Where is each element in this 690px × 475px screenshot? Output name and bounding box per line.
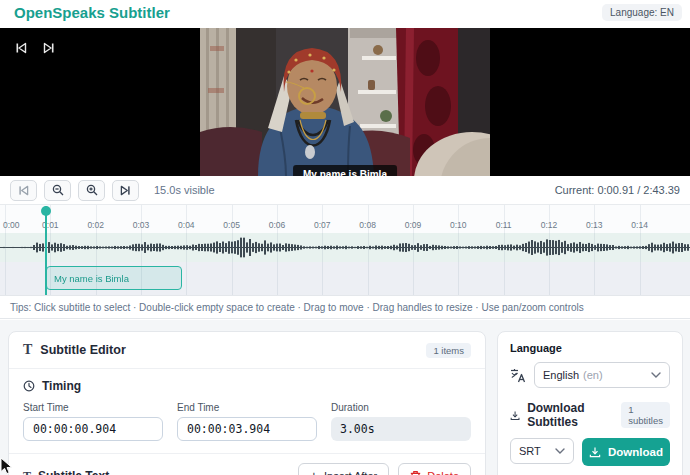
skip-back-button[interactable] (12, 40, 30, 56)
video-frame (200, 28, 490, 176)
tick-label: 0:13 (586, 220, 603, 230)
video-player[interactable]: My name is Bimla (0, 28, 690, 176)
skip-to-start-icon (18, 185, 29, 196)
download-row: SRT Download (510, 438, 670, 466)
tick-label: 0:03 (133, 220, 150, 230)
mouse-cursor (0, 457, 13, 475)
items-count-badge: 1 items (426, 343, 471, 358)
start-time-input[interactable] (23, 417, 163, 441)
tick-label: 0:05 (223, 220, 240, 230)
audio-waveform (0, 233, 690, 262)
skip-back-icon (15, 42, 27, 54)
skip-forward-icon (43, 42, 55, 54)
timing-fields: Start Time End Time Duration 3.00s (23, 402, 471, 441)
tick-label: 0:09 (405, 220, 422, 230)
language-select[interactable]: English (en) (534, 362, 670, 388)
zoom-in-button[interactable] (78, 180, 105, 201)
timeline-skip-end-button[interactable] (112, 180, 139, 201)
current-time-label: Current: 0:00.91 / 2:43.39 (555, 184, 680, 196)
tick-label: 0:00 (3, 220, 20, 230)
download-button[interactable]: Download (582, 438, 670, 466)
waveform-lane[interactable] (0, 233, 690, 262)
timeline-toolbar: 15.0s visible Current: 0:00.91 / 2:43.39 (0, 176, 690, 205)
download-title: Download Subtitles (527, 401, 614, 429)
format-selected: SRT (519, 445, 541, 457)
chevron-down-icon (555, 448, 565, 454)
openspeaks-subtitler-app: OpenSpeaks Subtitler Language: EN (0, 0, 690, 475)
timeline-ruler[interactable]: 0:000:010:020:030:040:050:060:070:080:09… (0, 205, 690, 233)
download-header: Download Subtitles 1 subtitles (510, 401, 670, 429)
timeline-subtitle-block[interactable]: My name is Bimla (46, 266, 182, 290)
timing-section: Timing Start Time End Time Duration 3.00… (9, 369, 485, 441)
subtitle-editor-panel: T Subtitle Editor 1 items Timing Start T… (8, 331, 486, 475)
end-time-label: End Time (177, 402, 317, 413)
zoom-out-button[interactable] (44, 180, 71, 201)
language-download-panel: Language English (en) (497, 331, 683, 475)
subtitle-editor-header: T Subtitle Editor 1 items (9, 332, 485, 369)
download-button-label: Download (608, 446, 663, 458)
tick-label: 0:02 (87, 220, 104, 230)
insert-after-label: Insert After (324, 470, 377, 475)
subtitle-text-actions: + Insert After Delete (298, 463, 471, 475)
tips-bar: Tips: Click subtitle to select · Double-… (0, 295, 690, 319)
delete-button[interactable]: Delete (398, 463, 471, 475)
playhead[interactable] (45, 206, 47, 295)
tips-text: Tips: Click subtitle to select · Double-… (10, 302, 584, 313)
timeline-skip-start-button[interactable] (10, 180, 37, 201)
chevron-down-icon (651, 372, 661, 378)
tick-label: 0:14 (631, 220, 648, 230)
tick-label: 0:11 (496, 220, 512, 230)
zoom-in-icon (86, 184, 98, 196)
language-badge: Language: EN (602, 4, 682, 21)
timeline-subtitle-text: My name is Bimla (54, 273, 129, 284)
bottom-section: T Subtitle Editor 1 items Timing Start T… (0, 320, 690, 475)
language-section-title: Language (510, 342, 670, 354)
tick-label: 0:04 (178, 220, 195, 230)
visible-duration-label: 15.0s visible (154, 184, 215, 196)
language-code: (en) (583, 369, 603, 381)
tick-label: 0:08 (359, 220, 376, 230)
subtitle-editor-title: Subtitle Editor (40, 343, 125, 357)
skip-to-end-icon (120, 185, 131, 196)
duration-value: 3.00s (331, 417, 471, 441)
subtitle-text-section: T Subtitle Text + Insert After (9, 453, 485, 475)
tick-label: 0:12 (541, 220, 558, 230)
subtitle-text-header: T Subtitle Text (23, 469, 109, 475)
app-header: OpenSpeaks Subtitler Language: EN (0, 0, 690, 28)
translate-icon (510, 368, 526, 383)
text-icon: T (23, 470, 31, 475)
clock-icon (23, 380, 35, 392)
timing-header: Timing (23, 379, 471, 393)
duration-field-group: Duration 3.00s (331, 402, 471, 441)
duration-label: Duration (331, 402, 471, 413)
page-title: OpenSpeaks Subtitler (14, 4, 170, 21)
language-row: English (en) (510, 362, 670, 388)
insert-after-button[interactable]: + Insert After (298, 463, 389, 475)
zoom-out-icon (52, 184, 64, 196)
subtitles-count-badge: 1 subtitles (621, 402, 670, 428)
tick-label: 0:07 (314, 220, 331, 230)
format-select[interactable]: SRT (510, 438, 574, 464)
skip-forward-button[interactable] (40, 40, 58, 56)
download-icon (589, 446, 601, 458)
end-time-field-group: End Time (177, 402, 317, 441)
end-time-input[interactable] (177, 417, 317, 441)
tick-label: 0:06 (269, 220, 286, 230)
delete-label: Delete (427, 470, 459, 475)
language-selected: English (543, 369, 579, 381)
download-icon (510, 409, 520, 422)
text-icon: T (23, 343, 32, 357)
plus-icon: + (310, 469, 318, 475)
trash-icon (410, 470, 421, 475)
tick-label: 0:10 (450, 220, 467, 230)
timing-title: Timing (42, 379, 81, 393)
subtitle-text-title: Subtitle Text (38, 469, 109, 475)
start-time-field-group: Start Time (23, 402, 163, 441)
start-time-label: Start Time (23, 402, 163, 413)
